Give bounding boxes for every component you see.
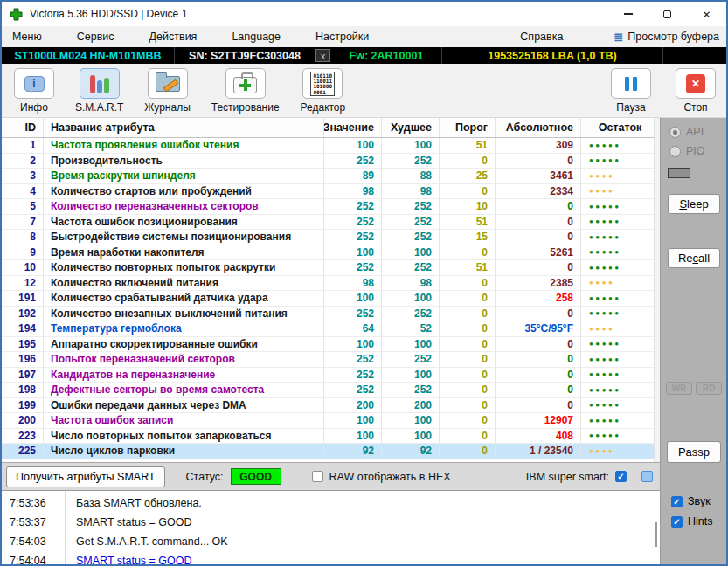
table-row[interactable]: 195 Аппаратно скорректированные ошибки 1…: [2, 337, 660, 353]
log-scrollbar-thumb[interactable]: [655, 522, 658, 547]
log-message: База SMART обновлена.: [65, 497, 660, 509]
cell-id: 196: [2, 352, 44, 367]
menu-main[interactable]: Меню: [12, 31, 42, 43]
table-row[interactable]: 4 Количество стартов или пробуждений 98 …: [2, 184, 660, 200]
table-row[interactable]: 1 Частота проявления ошибок чтения 100 1…: [2, 138, 660, 154]
pause-button[interactable]: Пауза: [611, 68, 651, 117]
info-button[interactable]: Инфо: [14, 68, 54, 117]
cell-id: 9: [2, 245, 44, 260]
cell-value: 100: [324, 138, 382, 153]
menu-help[interactable]: Справка: [520, 31, 563, 43]
table-row[interactable]: 191 Количество срабатываний датчика удар…: [2, 291, 660, 307]
header-health: Остаток: [581, 118, 660, 137]
recall-button[interactable]: Recall: [668, 248, 720, 268]
cell-worst: 100: [382, 337, 440, 352]
api-radio[interactable]: [669, 127, 681, 138]
table-row[interactable]: 194 Температура гермоблока 64 52 0 35°C/…: [2, 321, 660, 337]
pio-label: PIO: [686, 145, 705, 157]
table-row[interactable]: 225 Число циклов парковки 92 92 0 1 / 23…: [2, 444, 660, 459]
cell-worst: 98: [382, 184, 440, 199]
minimize-button[interactable]: [608, 2, 648, 26]
smart-status-badge: GOOD: [231, 468, 281, 485]
table-row[interactable]: 198 Дефектные секторы во время самотеста…: [2, 383, 660, 398]
cell-id: 223: [2, 429, 44, 444]
table-row[interactable]: 223 Число повторных попыток запарковатьс…: [2, 429, 660, 445]
raw-hex-checkbox[interactable]: [312, 471, 323, 482]
recall-label-pre: Re: [678, 252, 693, 265]
testing-button[interactable]: Тестирование: [211, 68, 280, 117]
smart-label: S.M.A.R.T: [75, 101, 123, 114]
cell-attribute-name: Частота ошибок позиционирования: [44, 215, 324, 230]
table-row[interactable]: 8 Быстродействие системы позиционировани…: [2, 230, 660, 245]
header-threshold: Порог: [440, 118, 496, 137]
cell-worst: 252: [382, 199, 440, 214]
journals-label: Журналы: [144, 101, 190, 114]
table-row[interactable]: 197 Кандидатов на переназначение 252 100…: [2, 368, 660, 383]
app-icon: [10, 8, 23, 21]
journals-button[interactable]: Журналы: [144, 68, 190, 117]
maximize-icon: [663, 10, 671, 18]
drive-bar-spacer: [663, 47, 726, 64]
editor-button[interactable]: 010110 110011 101000 0001 Редактор: [301, 68, 346, 117]
cell-absolute: 12907: [496, 413, 581, 428]
menu-language[interactable]: Language: [232, 31, 281, 43]
cell-id: 192: [2, 307, 44, 321]
get-smart-attributes-button[interactable]: Получить атрибуты SMART: [6, 466, 165, 487]
table-row[interactable]: 192 Количество внезапных выключений пита…: [2, 307, 660, 322]
table-row[interactable]: 3 Время раскрутки шпинделя 89 88 25 3461…: [2, 169, 660, 184]
sound-checkbox[interactable]: [671, 496, 683, 507]
log-panel: 7:53:36 База SMART обновлена. 7:53:37 SM…: [2, 490, 660, 564]
cell-absolute: 2334: [496, 184, 581, 199]
cell-absolute: 35°C/95°F: [496, 321, 581, 336]
rd-button[interactable]: RD: [696, 382, 722, 395]
table-row[interactable]: 5 Количество переназначенных секторов 25…: [2, 199, 660, 215]
menu-settings[interactable]: Настройки: [315, 31, 369, 43]
table-row[interactable]: 199 Ошибки передачи данных через DMA 200…: [2, 398, 660, 414]
log-entries: 7:53:36 База SMART обновлена. 7:53:37 SM…: [2, 494, 660, 564]
cell-threshold: 0: [440, 276, 496, 291]
cell-worst: 100: [382, 291, 440, 306]
smart-button[interactable]: S.M.A.R.T: [75, 68, 123, 117]
hints-checkbox[interactable]: [671, 516, 683, 528]
menu-actions[interactable]: Действия: [149, 31, 198, 43]
cell-id: 3: [2, 169, 44, 183]
close-button[interactable]: [687, 2, 726, 26]
cell-absolute: 0: [496, 230, 581, 245]
table-row[interactable]: 2 Производительность 252 252 0 0 ●●●●●: [2, 154, 660, 169]
log-scrollbar[interactable]: [654, 491, 659, 564]
cell-id: 200: [2, 413, 44, 428]
passp-button[interactable]: Passp: [667, 441, 721, 463]
table-row[interactable]: 12 Количество включений питания 98 98 0 …: [2, 276, 660, 292]
log-message: SMART status = GOOD: [65, 555, 660, 564]
table-row[interactable]: 196 Попыток переназначений секторов 252 …: [2, 352, 660, 368]
ibm-smart-checkbox[interactable]: [615, 471, 627, 482]
cell-absolute: 3461: [496, 169, 581, 183]
cell-health-dots: ●●●●●: [581, 138, 660, 153]
pio-radio[interactable]: [669, 146, 681, 157]
cell-value: 252: [324, 199, 382, 214]
maximize-button[interactable]: [648, 2, 687, 26]
cell-attribute-name: Время раскрутки шпинделя: [44, 169, 324, 183]
cell-health-dots: ●●●●●: [581, 230, 660, 245]
wr-button[interactable]: WR: [666, 382, 692, 395]
cell-absolute: 2385: [496, 276, 581, 291]
table-row[interactable]: 7 Частота ошибок позиционирования 252 25…: [2, 215, 660, 231]
cell-attribute-name: Число повторных попыток запарковаться: [44, 429, 324, 444]
menu-service[interactable]: Сервис: [77, 31, 114, 43]
table-scrollbar[interactable]: [654, 118, 660, 462]
stop-button[interactable]: Стоп: [676, 68, 716, 117]
table-row[interactable]: 10 Количество повторных попыток раскрутк…: [2, 260, 660, 276]
table-row[interactable]: 200 Частота ошибок записи 100 100 0 1290…: [2, 413, 660, 429]
left-column: ID Название атрибута Значение Худшее Пор…: [2, 118, 660, 564]
drive-bar-close-button[interactable]: x: [315, 49, 330, 62]
cell-health-dots: ●●●●●: [581, 154, 660, 169]
log-message: SMART status = GOOD: [65, 516, 660, 528]
api-label: API: [686, 126, 704, 138]
cell-attribute-name: Температура гермоблока: [44, 321, 324, 336]
sleep-button[interactable]: Sleep: [668, 194, 720, 214]
table-row[interactable]: 9 Время наработки накопителя 100 100 0 5…: [2, 245, 660, 261]
buffer-list-icon: ≣: [614, 31, 623, 43]
cell-id: 195: [2, 337, 44, 352]
buffer-view-item[interactable]: ≣ Просмотр буфера: [614, 31, 719, 43]
cell-attribute-name: Частота проявления ошибок чтения: [44, 138, 324, 153]
